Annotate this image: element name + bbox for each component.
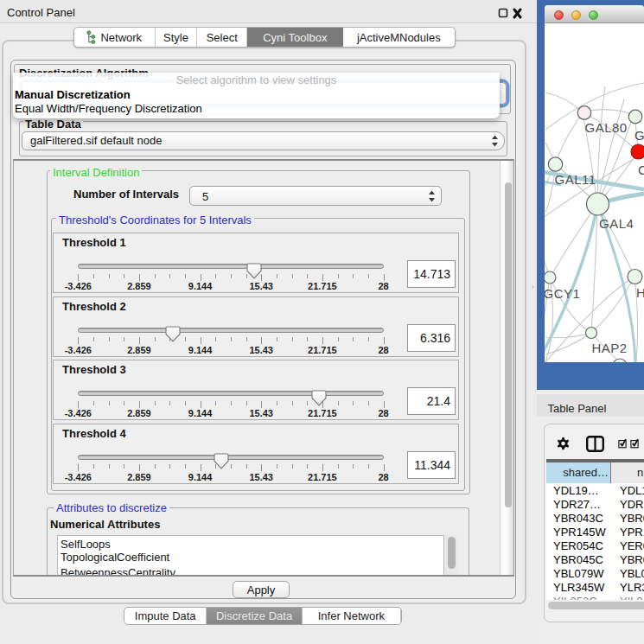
svg-text:HAP2: HAP2 (592, 341, 628, 355)
svg-text:GAL11: GAL11 (555, 172, 596, 187)
svg-text:GAL4: GAL4 (599, 216, 634, 231)
svg-text:H: H (636, 285, 644, 300)
svg-text:GCY1: GCY1 (545, 286, 580, 301)
svg-text:GAL80: GAL80 (585, 120, 628, 135)
svg-text:C: C (638, 163, 644, 177)
svg-text:GA: GA (634, 128, 644, 143)
